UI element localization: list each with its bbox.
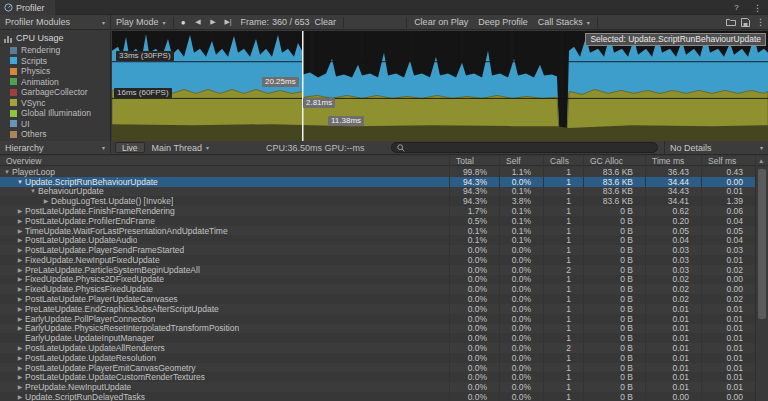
legend-item[interactable]: Scripts (10, 56, 110, 67)
expand-arrow[interactable]: ▶ (15, 284, 25, 294)
table-row[interactable]: ▶ EarlyUpdate.PhysicsResetInterpolatedTr… (0, 324, 755, 334)
expand-arrow[interactable]: ▶ (15, 372, 25, 382)
table-row[interactable]: ▶ PostLateUpdate.UpdateAllRenderers 0.0%… (0, 343, 755, 353)
table-row[interactable]: ▼ BehaviourUpdate 94.3% 0.1% 1 83.6 KB 3… (0, 187, 755, 197)
table-row[interactable]: ▼ Update.ScriptRunBehaviourUpdate 94.3% … (0, 177, 755, 187)
table-row[interactable]: ▶ FixedUpdate.Physics2DFixedUpdate 0.0% … (0, 275, 755, 285)
thread-dropdown[interactable]: Main Thread ▾ (147, 141, 214, 155)
column-header-calls[interactable]: Calls (543, 156, 583, 166)
cell-self: 0.0% (499, 245, 543, 255)
expand-arrow[interactable]: ▶ (15, 314, 25, 324)
vertical-scrollbar[interactable] (755, 167, 768, 401)
record-icon[interactable]: ● (176, 15, 191, 30)
legend-item[interactable]: Others (10, 129, 110, 140)
table-row[interactable]: ▶ PreLateUpdate.EndGraphicsJobsAfterScri… (0, 304, 755, 314)
column-header-self-ms[interactable]: Self ms (701, 156, 755, 166)
title-bar: Profiler ? ⋮ (0, 0, 768, 15)
expand-arrow[interactable]: ▶ (15, 226, 25, 236)
module-title: CPU Usage (16, 33, 64, 43)
search-box[interactable] (391, 142, 658, 153)
expand-arrow[interactable]: ▶ (15, 216, 25, 226)
table-row[interactable]: ▶ FixedUpdate.NewInputFixedUpdate 0.0% 0… (0, 255, 755, 265)
legend-item[interactable]: UI (10, 119, 110, 130)
column-header-overview[interactable]: Overview (0, 156, 449, 166)
legend-item[interactable]: Animation (10, 77, 110, 88)
expand-arrow[interactable]: ▶ (15, 323, 25, 333)
previous-frame-button[interactable]: ◀ (191, 15, 206, 30)
cell-gc-alloc: 0 B (583, 284, 645, 294)
table-row[interactable]: ▶ PostLateUpdate.PlayerUpdateCanvases 0.… (0, 294, 755, 304)
column-header-time-ms[interactable]: Time ms (645, 156, 701, 166)
cpu-chart[interactable]: 33ms (30FPS) 16ms (60FPS) 20.25ms 2.81ms… (112, 31, 768, 141)
cell-gc-alloc: 0 B (583, 392, 645, 401)
table-row[interactable]: ▶ PostLateUpdate.UpdateResolution 0.0% 0… (0, 353, 755, 363)
search-input[interactable] (408, 143, 652, 152)
live-toggle[interactable]: Live (115, 142, 145, 153)
table-row[interactable]: ▶ PostLateUpdate.PlayerSendFrameStarted … (0, 245, 755, 255)
column-header-self[interactable]: Self (499, 156, 543, 166)
table-row[interactable]: ▶ PostLateUpdate.UpdateCustomRenderTextu… (0, 372, 755, 382)
expand-arrow[interactable]: ▶ (15, 255, 25, 265)
call-stacks-dropdown[interactable]: Call Stacks ▾ (533, 15, 595, 30)
help-icon[interactable]: ? (729, 0, 744, 15)
expand-arrow[interactable]: ▼ (2, 167, 12, 177)
scrollbar-thumb[interactable] (758, 169, 766, 319)
expand-arrow[interactable]: ▶ (15, 206, 25, 216)
details-pane-dropdown[interactable]: No Details ▾ (664, 141, 768, 155)
legend-item[interactable]: Global Illumination (10, 108, 110, 119)
expand-arrow[interactable]: ▶ (15, 343, 25, 353)
deep-profile-toggle[interactable]: Deep Profile (473, 15, 533, 30)
kebab-menu-icon[interactable]: ⋮ (753, 15, 768, 30)
expand-arrow[interactable]: ▶ (15, 392, 25, 401)
next-frame-button[interactable]: ▶ (206, 15, 221, 30)
kebab-menu-icon[interactable]: ⋮ (750, 0, 765, 15)
cell-calls: 1 (543, 304, 583, 314)
load-folder-icon[interactable] (723, 15, 738, 30)
profiler-modules-dropdown[interactable]: Profiler Modules ▾ (0, 15, 111, 30)
table-row[interactable]: ▼ PlayerLoop 99.8% 1.1% 1 83.6 KB 36.43 … (0, 167, 755, 177)
sort-ascending-icon[interactable]: ▲ (755, 156, 768, 166)
table-row[interactable]: ▶ PostLateUpdate.PlayerEmitCanvasGeometr… (0, 363, 755, 373)
cell-gc-alloc: 83.6 KB (583, 167, 645, 177)
table-row[interactable]: EarlyUpdate.UpdateInputManager 0.0% 0.0%… (0, 333, 755, 343)
expand-arrow[interactable]: ▶ (15, 235, 25, 245)
play-mode-dropdown[interactable]: Play Mode ▾ (111, 15, 171, 30)
expand-arrow[interactable]: ▼ (28, 186, 38, 196)
expand-arrow[interactable]: ▶ (15, 304, 25, 314)
toolbar-separator (343, 17, 344, 28)
expand-arrow[interactable]: ▶ (15, 265, 25, 275)
legend-item[interactable]: Physics (10, 66, 110, 77)
expand-arrow[interactable]: ▶ (15, 294, 25, 304)
table-row[interactable]: ▶ EarlyUpdate.PollPlayerConnection 0.0% … (0, 314, 755, 324)
expand-arrow[interactable]: ▶ (15, 363, 25, 373)
table-row[interactable]: ▶ PostLateUpdate.UpdateAudio 0.1% 0.1% 1… (0, 235, 755, 245)
expand-arrow[interactable]: ▶ (15, 245, 25, 255)
current-frame-button[interactable]: ▶| (221, 15, 236, 30)
table-row[interactable]: ▶ PostLateUpdate.ProfilerEndFrame 0.5% 0… (0, 216, 755, 226)
legend-item[interactable]: Rendering (10, 45, 110, 56)
module-cpu-usage[interactable]: CPU Usage (0, 31, 110, 45)
tab-profiler[interactable]: Profiler (0, 0, 55, 15)
expand-arrow[interactable]: ▶ (41, 196, 51, 206)
cell-total: 0.0% (449, 323, 499, 333)
table-row[interactable]: ▶ PreUpdate.NewInputUpdate 0.0% 0.0% 1 0… (0, 382, 755, 392)
table-row[interactable]: ▶ FixedUpdate.PhysicsFixedUpdate 0.0% 0.… (0, 284, 755, 294)
view-mode-dropdown[interactable]: Hierarchy ▾ (0, 141, 111, 155)
clear-on-play-toggle[interactable]: Clear on Play (409, 15, 473, 30)
save-icon[interactable] (738, 15, 753, 30)
expand-arrow[interactable]: ▶ (15, 274, 25, 284)
expand-arrow[interactable]: ▶ (15, 353, 25, 363)
table-row[interactable]: ▶ Update.ScriptRunDelayedTasks 0.0% 0.0%… (0, 392, 755, 401)
column-header-total[interactable]: Total (449, 156, 499, 166)
table-row[interactable]: ▶ PostLateUpdate.FinishFrameRendering 1.… (0, 206, 755, 216)
table-row[interactable]: ▶ TimeUpdate.WaitForLastPresentationAndU… (0, 226, 755, 236)
table-row[interactable]: ▶ PreLateUpdate.ParticleSystemBeginUpdat… (0, 265, 755, 275)
clear-button[interactable]: Clear (310, 15, 342, 30)
expand-arrow[interactable]: ▼ (15, 177, 25, 187)
column-header-gc-alloc[interactable]: GC Alloc (583, 156, 645, 166)
legend-item[interactable]: GarbageCollector (10, 87, 110, 98)
legend-color-swatch (10, 120, 17, 127)
table-row[interactable]: ▶ DebugLogTest.Update() [Invoke] 94.3% 3… (0, 196, 755, 206)
expand-arrow[interactable]: ▶ (15, 382, 25, 392)
legend-item[interactable]: VSync (10, 98, 110, 109)
